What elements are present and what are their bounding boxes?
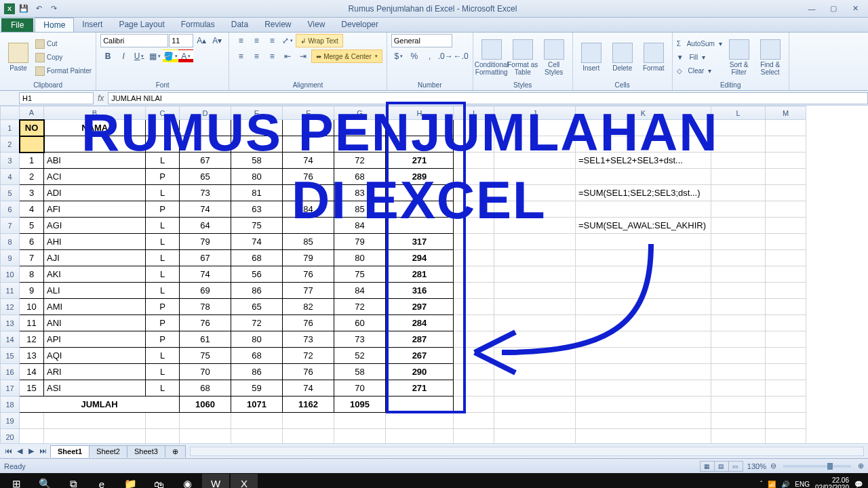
- undo-icon[interactable]: ↶: [33, 3, 45, 15]
- header-no[interactable]: NO: [20, 120, 44, 136]
- row-header-17[interactable]: 17: [1, 380, 20, 396]
- cell[interactable]: [711, 283, 766, 299]
- cell[interactable]: [146, 429, 180, 444]
- cell-no[interactable]: 10: [20, 299, 44, 315]
- cell[interactable]: [766, 120, 806, 136]
- orientation-icon[interactable]: ⤢: [280, 34, 295, 47]
- tab-review[interactable]: Review: [256, 18, 299, 32]
- store-icon[interactable]: 🛍: [145, 474, 172, 488]
- cell[interactable]: 72: [334, 152, 386, 169]
- cell-nama[interactable]: ADI: [44, 185, 146, 201]
- formula-input[interactable]: JUMLAH NILAI: [108, 92, 868, 104]
- paste-button[interactable]: Paste: [4, 43, 33, 72]
- align-bottom-icon[interactable]: ≡: [264, 34, 279, 47]
- cell[interactable]: 1095: [334, 396, 386, 413]
- cell[interactable]: [180, 136, 231, 152]
- cell[interactable]: 68: [231, 348, 283, 364]
- cut-button[interactable]: Cut: [35, 38, 92, 50]
- cell[interactable]: [711, 234, 766, 250]
- row-header-2[interactable]: 2: [1, 136, 20, 152]
- cell[interactable]: [386, 136, 454, 152]
- accounting-format-icon[interactable]: $: [391, 49, 406, 63]
- row-header-7[interactable]: 7: [1, 218, 20, 234]
- col-header-G[interactable]: G: [334, 106, 386, 120]
- cell-no[interactable]: 14: [20, 364, 44, 380]
- cell[interactable]: [334, 413, 386, 429]
- cell[interactable]: 79: [283, 250, 334, 266]
- cell[interactable]: [576, 396, 711, 413]
- cell[interactable]: [766, 283, 806, 299]
- cell[interactable]: 64: [180, 218, 231, 234]
- cell[interactable]: 72: [334, 299, 386, 315]
- row-header-12[interactable]: 12: [1, 299, 20, 315]
- cell[interactable]: P: [146, 299, 180, 315]
- side-formula[interactable]: [576, 299, 711, 315]
- edge-icon[interactable]: e: [88, 474, 115, 488]
- bold-button[interactable]: B: [100, 49, 115, 63]
- select-all-corner[interactable]: [1, 106, 20, 120]
- cell[interactable]: 67: [180, 250, 231, 266]
- side-formula[interactable]: [576, 348, 711, 364]
- cell[interactable]: [146, 413, 180, 429]
- cell[interactable]: 60: [334, 315, 386, 331]
- conditional-formatting-button[interactable]: Conditional Formatting: [477, 39, 506, 76]
- cell[interactable]: [494, 331, 576, 348]
- align-middle-icon[interactable]: ≡: [249, 34, 264, 47]
- tab-view[interactable]: View: [300, 18, 334, 32]
- cell[interactable]: [766, 234, 806, 250]
- cell[interactable]: [711, 396, 766, 413]
- redo-icon[interactable]: ↷: [47, 3, 60, 15]
- cell[interactable]: [454, 152, 494, 169]
- cell[interactable]: [711, 185, 766, 201]
- cell[interactable]: [454, 266, 494, 283]
- cell-jumlah[interactable]: 287: [386, 331, 454, 348]
- cell-no[interactable]: 12: [20, 331, 44, 348]
- sheet-tab-sheet3[interactable]: Sheet3: [127, 445, 165, 458]
- cell[interactable]: 74: [231, 234, 283, 250]
- cell[interactable]: 58: [231, 152, 283, 169]
- cell[interactable]: 75: [334, 266, 386, 283]
- cell[interactable]: 74: [283, 380, 334, 396]
- cell[interactable]: [711, 266, 766, 283]
- cell[interactable]: [20, 429, 44, 444]
- cell[interactable]: [766, 185, 806, 201]
- side-formula[interactable]: [576, 283, 711, 299]
- cell[interactable]: [180, 120, 231, 136]
- start-button[interactable]: ⊞: [3, 474, 30, 488]
- decrease-font-icon[interactable]: A▾: [210, 34, 224, 47]
- cell[interactable]: [283, 429, 334, 444]
- cell[interactable]: 80: [231, 331, 283, 348]
- cell[interactable]: [766, 396, 806, 413]
- border-button[interactable]: ▦: [147, 49, 162, 63]
- cell[interactable]: [283, 136, 334, 152]
- cell[interactable]: [494, 283, 576, 299]
- cell[interactable]: [494, 250, 576, 266]
- tab-file[interactable]: File: [1, 18, 33, 32]
- cell[interactable]: [576, 413, 711, 429]
- cell-no[interactable]: 4: [20, 201, 44, 218]
- cell[interactable]: [454, 364, 494, 380]
- fill-button[interactable]: ▼ Fill ▾: [677, 52, 722, 64]
- increase-font-icon[interactable]: A▴: [194, 34, 209, 47]
- cell[interactable]: [20, 136, 44, 152]
- row-header-5[interactable]: 5: [1, 185, 20, 201]
- cell-nama[interactable]: AQI: [44, 348, 146, 364]
- cell[interactable]: [494, 234, 576, 250]
- cell-no[interactable]: 3: [20, 185, 44, 201]
- cell[interactable]: [494, 364, 576, 380]
- cell[interactable]: 85: [283, 234, 334, 250]
- cell[interactable]: [766, 152, 806, 169]
- cell[interactable]: [454, 169, 494, 185]
- cell-styles-button[interactable]: Cell Styles: [540, 39, 568, 76]
- cell[interactable]: 68: [231, 250, 283, 266]
- horizontal-scrollbar[interactable]: [190, 447, 864, 456]
- tab-developer[interactable]: Developer: [333, 18, 387, 32]
- cell-no[interactable]: 1: [20, 152, 44, 169]
- save-icon[interactable]: 💾: [18, 3, 30, 15]
- row-header-8[interactable]: 8: [1, 234, 20, 250]
- comma-format-icon[interactable]: ,: [422, 49, 437, 63]
- fx-icon[interactable]: fx: [98, 94, 104, 103]
- cell-nama[interactable]: ABI: [44, 152, 146, 169]
- cell[interactable]: 1060: [180, 396, 231, 413]
- sheet-tab-sheet2[interactable]: Sheet2: [89, 445, 127, 458]
